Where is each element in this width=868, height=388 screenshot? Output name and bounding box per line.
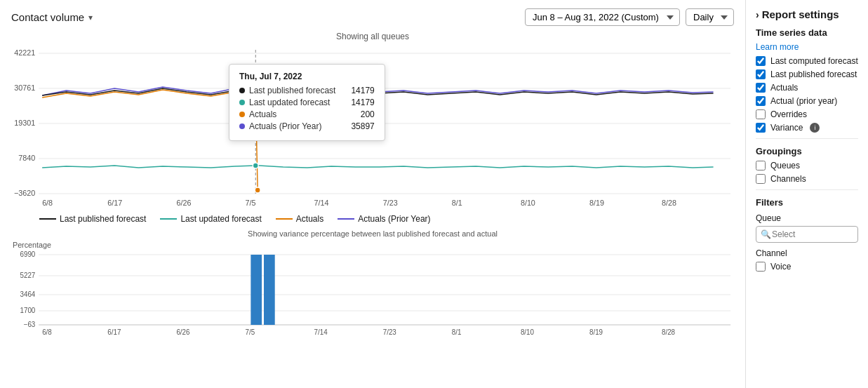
contact-volume-selector[interactable]: Contact volume ▾: [11, 11, 93, 23]
svg-text:6/8: 6/8: [42, 328, 52, 336]
checkbox-voice[interactable]: [756, 262, 766, 272]
checkbox-last-computed[interactable]: [756, 56, 766, 66]
variance-chart-svg: Percentage 6990 5227 3464 1700 −63 6/8 6…: [11, 239, 734, 337]
svg-text:7/5: 7/5: [246, 199, 256, 207]
svg-rect-37: [251, 255, 262, 325]
legend-label-actuals: Actuals: [296, 214, 323, 224]
svg-text:7/23: 7/23: [383, 199, 398, 207]
svg-rect-38: [264, 255, 275, 325]
chart-legend: Last published forecast Last updated for…: [39, 214, 734, 224]
checkbox-channels[interactable]: [756, 174, 766, 184]
svg-text:7/14: 7/14: [314, 328, 328, 336]
queue-label: Showing all queues: [11, 32, 734, 41]
svg-text:19301: 19301: [14, 119, 35, 127]
channel-filter-label: Channel: [756, 248, 858, 258]
variance-chart-title: Showing variance percentage between last…: [11, 229, 734, 238]
checkbox-row-variance: Variance i: [756, 123, 858, 133]
svg-text:8/1: 8/1: [452, 328, 462, 336]
svg-text:1700: 1700: [20, 307, 36, 314]
sidebar: › Report settings Time series data Learn…: [745, 0, 868, 388]
checkbox-row-actual-prior: Actual (prior year): [756, 96, 858, 106]
svg-text:Percentage: Percentage: [13, 241, 51, 249]
svg-text:30761: 30761: [14, 83, 35, 92]
variance-info-icon[interactable]: i: [810, 123, 820, 133]
divider-groupings: [756, 138, 858, 139]
granularity-select[interactable]: Daily: [686, 8, 734, 26]
legend-label-prior-year: Actuals (Prior Year): [358, 214, 430, 224]
checkbox-row-queues: Queues: [756, 161, 858, 170]
checkbox-label-overrides[interactable]: Overrides: [770, 109, 807, 119]
checkbox-actual-prior[interactable]: [756, 96, 766, 106]
learn-more-link[interactable]: Learn more: [756, 42, 858, 52]
svg-text:6/26: 6/26: [176, 328, 190, 336]
legend-line-actuals: [276, 218, 293, 220]
svg-text:7/5: 7/5: [246, 328, 255, 336]
svg-text:7/23: 7/23: [383, 328, 397, 336]
checkbox-label-variance[interactable]: Variance: [770, 123, 803, 133]
divider-filters: [756, 189, 858, 190]
legend-label-published: Last published forecast: [60, 214, 146, 224]
svg-text:8/19: 8/19: [589, 199, 604, 207]
date-range-select[interactable]: Jun 8 – Aug 31, 2022 (Custom): [525, 8, 680, 26]
checkbox-last-published[interactable]: [756, 69, 766, 79]
date-controls: Jun 8 – Aug 31, 2022 (Custom) Daily: [525, 8, 734, 26]
checkbox-label-actual-prior[interactable]: Actual (prior year): [770, 96, 837, 106]
legend-line-updated: [160, 218, 177, 220]
top-bar: Contact volume ▾ Jun 8 – Aug 31, 2022 (C…: [11, 8, 734, 26]
checkbox-row-overrides: Overrides: [756, 109, 858, 119]
svg-point-22: [253, 163, 258, 168]
svg-text:6/17: 6/17: [107, 328, 121, 336]
svg-text:6/8: 6/8: [42, 199, 53, 207]
contact-volume-chevron: ▾: [88, 13, 93, 22]
svg-text:3464: 3464: [20, 290, 36, 298]
checkbox-label-voice[interactable]: Voice: [770, 262, 791, 272]
legend-item-published: Last published forecast: [39, 214, 146, 224]
sidebar-collapse-icon[interactable]: ›: [756, 9, 759, 20]
svg-text:−3620: −3620: [14, 189, 35, 197]
main-chart-svg: 42221 30761 19301 7840 −3620 6/8 6/17 6/…: [11, 43, 734, 211]
checkbox-row-voice: Voice: [756, 262, 858, 272]
sidebar-title: › Report settings: [756, 8, 858, 20]
checkbox-label-actuals[interactable]: Actuals: [770, 83, 798, 93]
svg-text:7/14: 7/14: [314, 199, 329, 207]
svg-text:8/19: 8/19: [589, 328, 603, 336]
svg-text:7840: 7840: [18, 154, 35, 162]
checkbox-row-actuals: Actuals: [756, 83, 858, 93]
svg-text:6/17: 6/17: [107, 199, 122, 207]
contact-volume-label: Contact volume: [11, 11, 84, 23]
svg-text:8/10: 8/10: [521, 328, 535, 336]
legend-item-updated: Last updated forecast: [160, 214, 261, 224]
checkbox-queues[interactable]: [756, 161, 766, 170]
legend-line-prior-year: [338, 218, 354, 220]
checkbox-label-last-computed[interactable]: Last computed forecast: [770, 56, 858, 66]
svg-text:42221: 42221: [14, 48, 35, 57]
svg-text:−63: −63: [24, 321, 36, 328]
svg-text:8/10: 8/10: [521, 199, 535, 207]
queue-filter-label: Queue: [756, 213, 858, 223]
groupings-section-title: Groupings: [756, 146, 858, 156]
checkbox-variance[interactable]: [756, 123, 766, 133]
checkbox-label-channels[interactable]: Channels: [770, 174, 806, 184]
legend-line-published: [39, 218, 56, 220]
svg-point-23: [255, 187, 260, 193]
checkbox-actuals[interactable]: [756, 83, 766, 93]
main-chart-container: 42221 30761 19301 7840 −3620 6/8 6/17 6/…: [11, 43, 734, 211]
checkbox-label-queues[interactable]: Queues: [770, 161, 800, 170]
queue-filter-wrap: 🔍: [756, 226, 858, 243]
sidebar-title-text: Report settings: [762, 8, 839, 20]
filters-section-title: Filters: [756, 197, 858, 208]
legend-label-updated: Last updated forecast: [180, 214, 261, 224]
svg-text:6990: 6990: [20, 250, 36, 258]
svg-text:8/28: 8/28: [662, 328, 676, 336]
checkbox-row-last-published: Last published forecast: [756, 69, 858, 79]
svg-text:5227: 5227: [20, 272, 36, 279]
svg-text:6/26: 6/26: [176, 199, 191, 207]
variance-chart-container: Showing variance percentage between last…: [11, 229, 734, 338]
time-series-section-title: Time series data: [756, 27, 858, 38]
checkbox-label-last-published[interactable]: Last published forecast: [770, 69, 857, 79]
checkbox-overrides[interactable]: [756, 109, 766, 119]
main-content: Contact volume ▾ Jun 8 – Aug 31, 2022 (C…: [0, 0, 745, 388]
queue-search-icon: 🔍: [761, 229, 771, 239]
svg-text:8/28: 8/28: [662, 199, 676, 207]
checkbox-row-last-computed: Last computed forecast: [756, 56, 858, 66]
